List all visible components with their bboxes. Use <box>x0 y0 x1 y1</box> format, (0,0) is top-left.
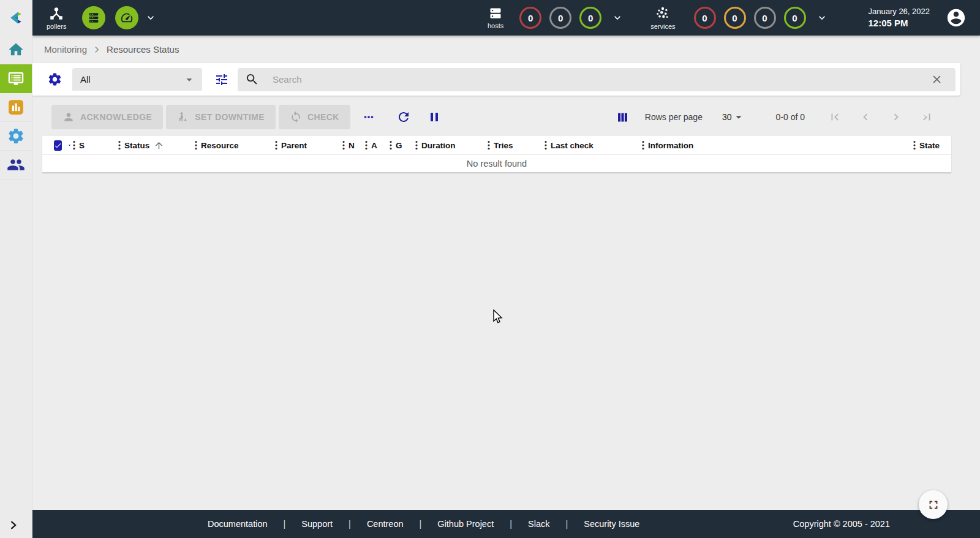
sidebar-item-reporting[interactable] <box>0 93 32 122</box>
column-header-resource[interactable]: Resource <box>194 140 274 150</box>
monitoring-icon <box>7 70 25 88</box>
column-header-state[interactable]: State <box>913 140 951 150</box>
hosts-menu[interactable]: hosts <box>488 6 503 29</box>
drag-handle-icon[interactable] <box>364 140 368 150</box>
hosts-down-counter[interactable]: 0 <box>519 7 541 29</box>
gauge-icon <box>120 11 134 25</box>
drag-handle-icon[interactable] <box>118 140 121 150</box>
sync-icon <box>290 111 302 123</box>
services-expand-button[interactable] <box>816 12 828 24</box>
acknowledge-button[interactable]: ACKNOWLEDGE <box>51 105 163 129</box>
column-header-information[interactable]: Information <box>641 140 913 150</box>
column-header-graph[interactable]: G <box>389 140 415 150</box>
column-header-action[interactable]: A <box>364 140 389 150</box>
sidebar-item-monitoring[interactable] <box>0 64 32 93</box>
first-page-button[interactable] <box>820 107 850 127</box>
sidebar-expand-button[interactable] <box>5 517 21 533</box>
pollers-menu[interactable]: pollers <box>47 6 66 30</box>
drag-handle-icon[interactable] <box>544 140 548 150</box>
sort-ascending-icon <box>154 140 164 151</box>
services-menu[interactable]: services <box>650 6 675 30</box>
services-ok-counter[interactable]: 0 <box>784 7 806 29</box>
previous-page-button[interactable] <box>850 107 881 127</box>
hosts-up-counter[interactable]: 0 <box>579 7 601 29</box>
breadcrumb: Monitoring Resources Status <box>32 36 980 63</box>
footer-link-security-issue[interactable]: Security Issue <box>584 519 639 529</box>
footer-link-centreon[interactable]: Centreon <box>367 519 404 529</box>
advanced-filters-button[interactable] <box>214 72 229 87</box>
breadcrumb-separator-icon <box>91 44 102 55</box>
tune-icon <box>214 72 229 87</box>
sidebar-item-home[interactable] <box>0 36 32 64</box>
column-header-last-check[interactable]: Last check <box>544 140 641 150</box>
downtime-worker-icon <box>177 111 189 123</box>
drag-handle-icon[interactable] <box>913 140 916 150</box>
filter-type-select[interactable]: All <box>72 68 202 91</box>
set-downtime-button[interactable]: SET DOWNTIME <box>166 105 276 129</box>
hosts-unreachable-counter[interactable]: 0 <box>549 7 571 29</box>
columns-icon <box>616 111 629 124</box>
footer-link-documentation[interactable]: Documentation <box>208 519 268 529</box>
drag-handle-icon[interactable] <box>342 140 345 150</box>
more-actions-button[interactable] <box>358 107 379 127</box>
column-header-tries[interactable]: Tries <box>487 140 544 150</box>
footer-link-github-project[interactable]: Github Project <box>437 519 494 529</box>
refresh-button[interactable] <box>393 106 415 128</box>
fullscreen-button[interactable] <box>919 490 948 519</box>
filter-select-value: All <box>80 74 91 85</box>
search-field[interactable] <box>238 68 956 91</box>
edit-columns-button[interactable] <box>612 107 633 127</box>
breadcrumb-monitoring[interactable]: Monitoring <box>44 44 87 55</box>
sidebar-item-configuration[interactable] <box>0 122 32 151</box>
more-horiz-icon <box>362 110 375 124</box>
drag-handle-icon[interactable] <box>194 140 198 150</box>
pause-autorefresh-button[interactable] <box>423 106 445 128</box>
last-page-button[interactable] <box>911 107 942 127</box>
drag-handle-icon[interactable] <box>415 140 418 150</box>
pollers-icon <box>48 6 64 21</box>
drag-handle-icon[interactable] <box>389 140 393 150</box>
rows-per-page-select[interactable]: 30 <box>722 110 745 124</box>
column-header-status[interactable]: Status <box>118 140 194 151</box>
poller-configuration-button[interactable] <box>82 6 105 29</box>
column-header-notes[interactable]: N <box>342 140 364 150</box>
drag-handle-icon[interactable] <box>487 140 491 150</box>
chevron-right-icon <box>7 519 19 531</box>
drag-handle-icon[interactable] <box>72 140 76 150</box>
hosts-expand-button[interactable] <box>611 12 624 24</box>
search-input[interactable] <box>273 74 930 85</box>
poller-statistics-button[interactable] <box>115 6 138 29</box>
bar-chart-icon <box>7 98 25 116</box>
sidebar-item-administration[interactable] <box>0 151 32 180</box>
check-icon <box>54 142 62 150</box>
select-options-arrow-icon[interactable] <box>67 138 72 152</box>
filter-settings-button[interactable] <box>47 72 62 87</box>
drag-handle-icon[interactable] <box>274 140 278 150</box>
select-all-checkbox[interactable] <box>54 140 62 151</box>
drag-handle-icon[interactable] <box>641 140 645 150</box>
footer-link-slack[interactable]: Slack <box>528 519 549 529</box>
column-header-severity[interactable]: S <box>72 140 118 150</box>
services-warning-counter[interactable]: 0 <box>724 7 746 29</box>
dropdown-arrow-icon <box>183 73 196 86</box>
services-unknown-counter[interactable]: 0 <box>754 7 776 29</box>
fullscreen-icon <box>927 498 940 512</box>
close-icon <box>930 73 943 86</box>
column-header-parent[interactable]: Parent <box>274 140 342 150</box>
clear-search-button[interactable] <box>930 73 943 86</box>
chevron-down-icon <box>611 12 624 24</box>
header-date: January 26, 2022 <box>869 6 930 17</box>
check-button[interactable]: CHECK <box>279 105 350 129</box>
pollers-expand-button[interactable] <box>145 12 157 24</box>
services-critical-counter[interactable]: 0 <box>694 7 716 29</box>
centreon-logo[interactable] <box>0 0 32 36</box>
footer-link-support[interactable]: Support <box>301 519 333 529</box>
sidebar <box>0 0 32 538</box>
user-menu-button[interactable] <box>946 7 967 28</box>
breadcrumb-resources-status: Resources Status <box>107 44 179 55</box>
next-page-button[interactable] <box>881 107 911 127</box>
person-icon <box>62 111 75 123</box>
hosts-icon <box>488 6 503 21</box>
column-header-duration[interactable]: Duration <box>415 140 487 150</box>
chevron-down-icon <box>816 12 828 24</box>
